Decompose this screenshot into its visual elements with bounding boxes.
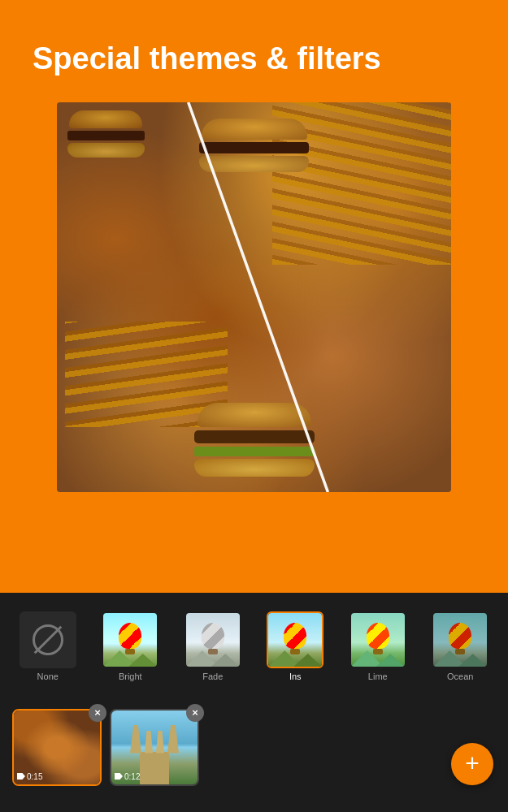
filter-fade-label: Fade	[202, 672, 223, 681]
filter-lime[interactable]: Lime	[338, 611, 418, 681]
add-icon: +	[465, 751, 480, 775]
clip2-duration: 0:12	[115, 772, 140, 781]
timeline-clip-2[interactable]: 0:12 ×	[110, 709, 199, 786]
clip1-duration: 0:15	[17, 772, 42, 781]
bottom-toolbar: None Bright	[0, 593, 508, 812]
add-clip-button[interactable]: +	[451, 743, 493, 785]
page-title: Special themes & filters	[33, 41, 475, 78]
food-image-bg	[57, 102, 451, 492]
timeline-row: 0:15 ×	[0, 694, 508, 800]
filter-ocean[interactable]: Ocean	[421, 611, 501, 681]
header: Special themes & filters	[0, 0, 508, 94]
filters-row: None Bright	[0, 593, 508, 694]
filter-none[interactable]: None	[8, 611, 88, 681]
filter-ins[interactable]: Ins	[256, 611, 336, 681]
filter-bright-label: Bright	[119, 672, 142, 681]
filter-none-label: None	[37, 672, 59, 681]
filter-bright[interactable]: Bright	[91, 611, 171, 681]
filter-ins-label: Ins	[289, 672, 302, 681]
timeline-clip-1[interactable]: 0:15 ×	[12, 709, 102, 786]
filter-fade[interactable]: Fade	[173, 611, 253, 681]
clip1-delete-button[interactable]: ×	[89, 704, 106, 722]
filter-lime-label: Lime	[368, 672, 388, 681]
filter-ocean-label: Ocean	[447, 672, 473, 681]
burger	[189, 403, 319, 476]
clip2-delete-button[interactable]: ×	[186, 704, 204, 722]
main-image-container	[57, 102, 451, 492]
